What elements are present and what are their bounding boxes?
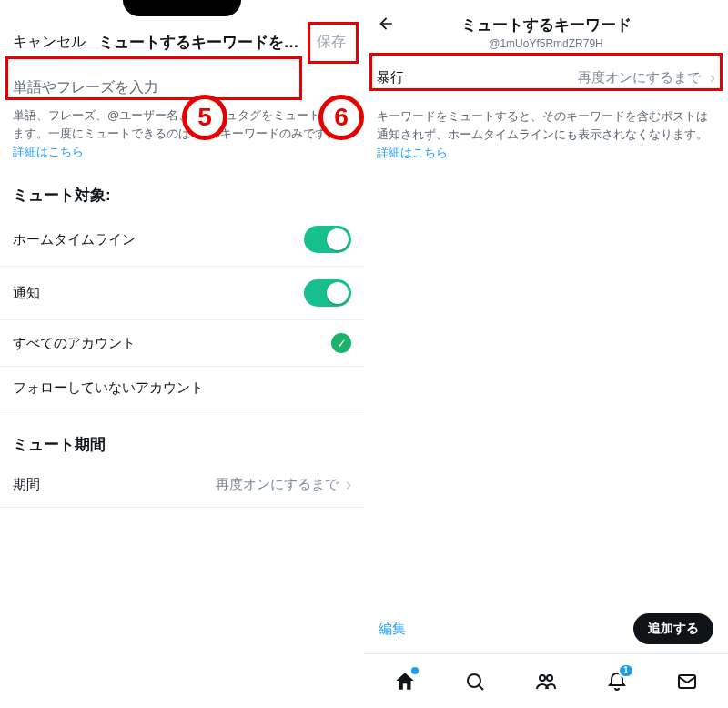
row-label: ホームタイムライン [13,231,136,248]
row-label: フォローしていないアカウント [13,379,204,397]
toggle-home-timeline[interactable] [304,226,351,253]
page-subtitle: @1mUoYf5RmdZR79H [400,37,692,50]
row-all-accounts[interactable]: すべてのアカウント ✓ [0,320,364,367]
row-label: すべてのアカウント [13,335,136,352]
row-label: 期間 [13,476,40,493]
row-period[interactable]: 期間 再度オンにするまで › [0,462,364,508]
help-text: 単語、フレーズ、@ユーザー名、ハッシュタグをミュートできます。一度にミュートでき… [0,99,364,161]
add-button[interactable]: 追加する [633,613,713,644]
back-button[interactable] [377,15,400,33]
tab-messages[interactable] [662,663,712,700]
tab-search[interactable] [450,663,500,700]
svg-point-0 [468,674,480,687]
page-title: ミュートするキーワードを… [86,32,311,53]
check-icon: ✓ [331,333,351,353]
svg-line-1 [479,685,483,690]
device-notch [123,0,241,16]
new-dot-icon [411,667,419,674]
row-home-timeline[interactable]: ホームタイムライン [0,213,364,267]
muted-keyword-row[interactable]: 暴行 再度オンにするまで › [364,56,728,100]
notif-badge: 1 [618,663,634,678]
toggle-notifications[interactable] [304,279,351,307]
keyword-duration: 再度オンにするまで [578,69,701,86]
page-title: ミュートするキーワード [400,15,692,35]
svg-point-2 [540,675,545,681]
help-body: キーワードをミュートすると、そのキーワードを含むポストは通知されず、ホームタイム… [377,109,708,141]
period-value: 再度オンにするまで [216,476,339,493]
tab-communities[interactable] [521,663,571,700]
chevron-right-icon: › [710,68,715,87]
row-not-following[interactable]: フォローしていないアカウント [0,367,364,410]
learn-more-link[interactable]: 詳細はこちら [377,146,448,159]
tab-notifications[interactable]: 1 [592,663,642,700]
section-mute-period: ミュート期間 [0,410,364,462]
help-body: 単語、フレーズ、@ユーザー名、ハッシュタグをミュートできます。一度にミュートでき… [13,108,344,140]
edit-button[interactable]: 編集 [379,621,406,638]
row-notifications[interactable]: 通知 [0,267,364,320]
row-label: 通知 [13,285,40,302]
chevron-right-icon: › [346,475,351,494]
help-text: キーワードをミュートすると、そのキーワードを含むポストは通知されず、ホームタイム… [364,100,728,162]
tab-home[interactable] [380,663,430,700]
keyword-label: 暴行 [377,69,404,86]
save-button[interactable]: 保存 [311,29,351,56]
cancel-button[interactable]: キャンセル [13,33,86,52]
svg-point-3 [547,675,552,681]
tab-bar: 1 [364,653,728,708]
keyword-input[interactable] [13,76,351,99]
section-mute-target: ミュート対象: [0,161,364,213]
learn-more-link[interactable]: 詳細はこちら [13,145,84,158]
